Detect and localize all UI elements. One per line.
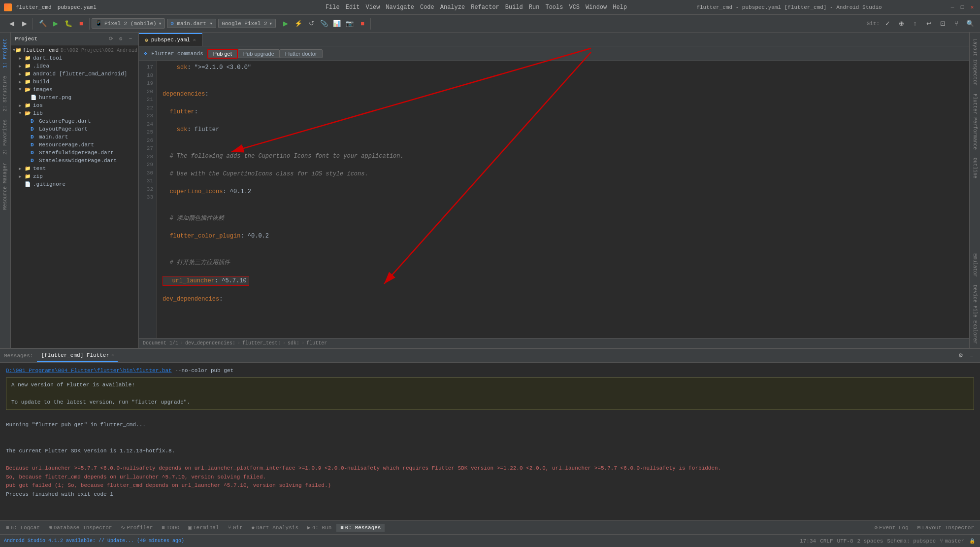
git-update-button[interactable]: ✓: [882, 18, 893, 30]
bottom-tab-4--run[interactable]: ▶4: Run: [303, 523, 335, 532]
bottom-tab-database-inspector[interactable]: ⊞Database Inspector: [45, 523, 116, 532]
device-file-explorer-tab[interactable]: Device File Explorer: [971, 281, 979, 348]
menu-item-analyze[interactable]: Analyze: [437, 3, 468, 12]
tree-item[interactable]: ▶📁build: [11, 78, 138, 86]
git-undo-button[interactable]: ↩: [923, 18, 935, 30]
menu-item-edit[interactable]: Edit: [343, 3, 363, 12]
tree-item[interactable]: 📄.gitignore: [11, 180, 138, 188]
menu-item-vcs[interactable]: VCS: [566, 3, 583, 12]
run-app-button[interactable]: ▶: [280, 18, 292, 30]
sync-icon[interactable]: ⟳: [107, 35, 115, 43]
menu-item-refactor[interactable]: Refactor: [468, 3, 502, 12]
menu-item-tools[interactable]: Tools: [542, 3, 566, 12]
dart-selector[interactable]: ⚙ main.dart ▾: [167, 19, 216, 28]
tree-item[interactable]: 📄hunter.png: [11, 94, 138, 102]
menu-item-file[interactable]: File: [323, 3, 343, 12]
window-controls[interactable]: ─ □ ✕: [948, 3, 976, 11]
git-history-button[interactable]: ⊡: [937, 18, 948, 30]
branch-item[interactable]: ⑂ master: [940, 538, 964, 544]
tab-icon: ▶: [307, 524, 311, 531]
back-button[interactable]: ◀: [6, 18, 18, 30]
tree-item[interactable]: ▼📂images: [11, 86, 138, 94]
tree-item[interactable]: ▶📁android [flutter_cmd_android]: [11, 70, 138, 78]
run-button[interactable]: ▶: [50, 18, 62, 30]
forward-button[interactable]: ▶: [19, 18, 31, 30]
bottom-tab-profiler[interactable]: ∿Profiler: [117, 523, 157, 532]
flutter-doctor-button[interactable]: Flutter doctor: [280, 49, 323, 58]
outline-tab[interactable]: Outline: [971, 154, 979, 182]
indent-item[interactable]: 2 spaces: [857, 538, 883, 544]
console-blank4: [6, 455, 974, 464]
profile-button[interactable]: 📊: [331, 18, 343, 30]
minimize-button[interactable]: ─: [948, 3, 956, 11]
search-button[interactable]: 🔍: [964, 18, 976, 30]
bottom-tab-layout-inspector[interactable]: ⊟Layout Inspector: [914, 523, 978, 532]
bottom-tab-git[interactable]: ⑂Git: [224, 524, 247, 532]
bottom-tab-6--logcat[interactable]: ≡6: Logcat: [2, 524, 44, 532]
git-commit-button[interactable]: ⊕: [895, 18, 907, 30]
bottom-tab-todo[interactable]: ≡TODO: [158, 524, 183, 532]
console-output[interactable]: D:\001 Programs\004 Flutter\flutter\bin\…: [0, 363, 980, 520]
attach-button[interactable]: 📎: [318, 18, 330, 30]
pub-get-button[interactable]: Pub get: [207, 49, 238, 59]
tree-item[interactable]: DGesturePage.dart: [11, 117, 138, 125]
maximize-button[interactable]: □: [958, 3, 966, 11]
tree-item[interactable]: Dmain.dart: [11, 133, 138, 141]
structure-tab-left[interactable]: 2: Structure: [1, 72, 9, 115]
pub-upgrade-button[interactable]: Pub upgrade: [238, 49, 280, 58]
tab-close-button[interactable]: ✕: [193, 37, 196, 43]
debug-button[interactable]: 🐛: [63, 18, 74, 30]
device-selector2[interactable]: Google Pixel 2 ▾: [218, 19, 276, 28]
tree-item[interactable]: ▶📁zip: [11, 172, 138, 180]
tree-item[interactable]: ▶📁test: [11, 165, 138, 172]
resource-manager-tab[interactable]: Resource Manager: [1, 159, 9, 214]
close-button[interactable]: ✕: [968, 3, 976, 11]
menu-item-code[interactable]: Code: [417, 3, 437, 12]
close-icon[interactable]: −: [967, 351, 976, 360]
bottom-tab-event-log[interactable]: ⊘Event Log: [871, 523, 913, 532]
tree-item[interactable]: ▶📁dart_tool: [11, 54, 138, 62]
hot-reload-button[interactable]: ⚡: [293, 18, 304, 30]
code-editor[interactable]: 17 18 19 20 21 22 23 24 25 26 27 28 29 3…: [139, 61, 969, 338]
flutter-performance-tab[interactable]: Flutter Performance: [971, 90, 979, 154]
hide-icon[interactable]: −: [127, 35, 134, 43]
git-branch-button[interactable]: ⑂: [950, 18, 962, 30]
encoding-item[interactable]: UTF-8: [837, 538, 853, 544]
menu-item-build[interactable]: Build: [502, 3, 526, 12]
refresh-button[interactable]: ↺: [305, 18, 317, 30]
tree-root[interactable]: ▼ 📁 flutter_cmd D:\002_Project\002_Andro…: [11, 46, 138, 54]
pubspec-tab[interactable]: ⚙ pubspec.yaml ✕: [139, 33, 202, 46]
git-push-button[interactable]: ↑: [909, 18, 921, 30]
emulator-tab[interactable]: Emulator: [971, 249, 979, 281]
tree-item[interactable]: DResourcePage.dart: [11, 141, 138, 149]
bottom-tab-dart-analysis[interactable]: ◆Dart Analysis: [248, 523, 302, 532]
favorites-tab[interactable]: 2: Favorites: [1, 115, 9, 159]
stop-app-button[interactable]: ■: [357, 18, 368, 30]
device-selector[interactable]: 📱 Pixel 2 (mobile) ▾: [92, 18, 165, 29]
tree-item[interactable]: DStatelessWidgetPage.dart: [11, 157, 138, 165]
bottom-tab-0--messages[interactable]: ≡0: Messages: [336, 524, 385, 532]
menu-item-window[interactable]: Window: [583, 3, 610, 12]
screenshot-button[interactable]: 📷: [344, 18, 356, 30]
lock-button[interactable]: 🔒: [968, 537, 976, 545]
line-ending-item[interactable]: CRLF: [820, 538, 833, 544]
layout-inspector-tab[interactable]: Layout Inspector: [971, 34, 979, 90]
build-button[interactable]: 🔨: [37, 18, 49, 30]
menu-item-help[interactable]: Help: [610, 3, 630, 12]
gear-icon[interactable]: ⚙: [117, 35, 125, 43]
tree-item[interactable]: DStatefulWidgetPage.dart: [11, 149, 138, 157]
menu-item-navigate[interactable]: Navigate: [383, 3, 417, 12]
flutter-cmd-tab-close[interactable]: ✕: [111, 352, 114, 358]
menu-item-run[interactable]: Run: [526, 3, 543, 12]
menu-item-view[interactable]: View: [363, 3, 383, 12]
settings-icon[interactable]: ⚙: [956, 351, 965, 360]
code-content[interactable]: sdk: ">=2.1.0 <3.0.0" dependencies: flut…: [157, 61, 969, 338]
tree-item[interactable]: ▼📂lib: [11, 109, 138, 117]
tree-item[interactable]: DLayoutPage.dart: [11, 125, 138, 133]
flutter-cmd-tab[interactable]: [flutter_cmd] Flutter ✕: [37, 349, 118, 362]
tree-item[interactable]: ▶📁.idea: [11, 62, 138, 70]
project-tab[interactable]: 1: Project: [1, 34, 9, 72]
stop-button[interactable]: ■: [75, 18, 87, 30]
bottom-tab-terminal[interactable]: ▣Terminal: [184, 523, 223, 532]
tree-item[interactable]: ▶📁ios: [11, 102, 138, 109]
